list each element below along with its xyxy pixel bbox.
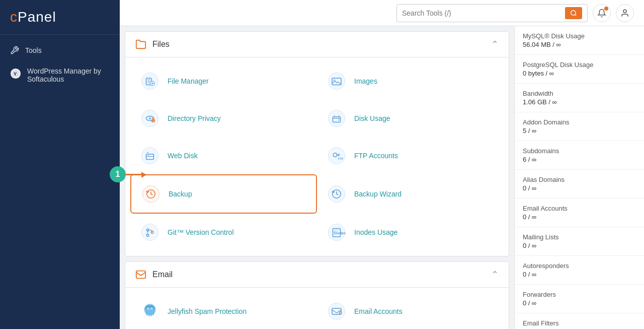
email-accounts-icon [326, 301, 347, 322]
images-item[interactable]: Images [317, 62, 504, 100]
wordpress-label: WordPress Manager by Softaculous [27, 67, 110, 83]
backup-wizard-icon [326, 183, 347, 205]
images-label: Images [354, 77, 377, 85]
git-icon [139, 222, 160, 243]
sidebar-item-wordpress[interactable]: WordPress Manager by Softaculous [0, 61, 120, 89]
backup-wizard-item[interactable]: Backup Wizard [317, 174, 504, 214]
svg-rect-35 [136, 271, 145, 279]
stats-mysql-disk-label: MySQL® Disk Usage [523, 32, 636, 40]
main-content: Files ⌃ [120, 0, 644, 329]
right-sidebar: MySQL® Disk Usage 56.04 MB / ∞ PostgreSQ… [514, 26, 644, 329]
tools-label: Tools [25, 46, 42, 54]
wordpress-icon [10, 68, 21, 79]
file-manager-item[interactable]: File Manager [130, 62, 317, 100]
git-label: Git™ Version Control [168, 228, 234, 236]
email-section: Email ⌃ [125, 261, 509, 329]
email-accounts-label: Email Accounts [354, 307, 403, 315]
stats-alias-domains-value: 0 / ∞ [523, 184, 636, 192]
tools-icon [10, 46, 19, 55]
ftp-accounts-label: FTP Accounts [354, 152, 398, 160]
notifications-button[interactable] [593, 4, 611, 22]
files-collapse-button[interactable]: ⌃ [491, 39, 499, 50]
step-indicator: 1 [110, 166, 146, 182]
jellyfish-spam-item[interactable]: Jellyfish Spam Protection [130, 293, 317, 329]
stats-email-accounts: Email Accounts 0 / ∞ [515, 199, 644, 227]
svg-point-14 [153, 120, 154, 121]
files-items-grid: File Manager Images [125, 57, 509, 256]
stats-subdomains-value: 6 / ∞ [523, 156, 636, 163]
search-button[interactable] [565, 7, 582, 19]
search-box [396, 4, 588, 22]
notification-dot [604, 7, 608, 11]
web-disk-item[interactable]: Web Disk [130, 137, 317, 174]
stats-postgresql-value: 0 bytes / ∞ [523, 70, 636, 77]
folder-icon [135, 39, 146, 50]
disk-usage-label: Disk Usage [354, 114, 390, 122]
stats-email-filters-label: Email Filters [523, 319, 636, 327]
stats-postgresql-disk: PostgreSQL Disk Usage 0 bytes / ∞ [515, 55, 644, 84]
content-area: Files ⌃ [120, 26, 644, 329]
stats-email-filters: Email Filters [515, 313, 644, 329]
jellyfish-icon [139, 301, 160, 322]
inodes-usage-item[interactable]: Inodes Inodes Usage [317, 214, 504, 251]
directory-privacy-label: Directory Privacy [168, 114, 221, 122]
step-arrow [126, 174, 146, 175]
stats-autoresponders-value: 0 / ∞ [523, 271, 636, 278]
svg-point-40 [329, 303, 345, 320]
user-icon [620, 9, 629, 18]
stats-addon-domains-value: 5 / ∞ [523, 127, 636, 135]
web-disk-label: Web Disk [168, 152, 198, 160]
email-section-icon [135, 269, 146, 280]
stats-forwarders-label: Forwarders [523, 291, 636, 298]
files-section-header[interactable]: Files ⌃ [125, 32, 509, 57]
svg-point-12 [149, 117, 151, 120]
stats-subdomains: Subdomains 6 / ∞ [515, 141, 644, 170]
svg-point-20 [148, 155, 149, 156]
stats-mysql-disk-value: 56.04 MB / ∞ [523, 41, 636, 48]
svg-point-18 [142, 148, 158, 164]
stats-postgresql-label: PostgreSQL Disk Usage [523, 61, 636, 69]
svg-point-17 [338, 119, 340, 121]
backup-label: Backup [169, 190, 192, 198]
inodes-icon: Inodes [326, 222, 347, 243]
svg-point-38 [147, 308, 149, 310]
stats-bandwidth-label: Bandwidth [523, 90, 636, 97]
ftp-accounts-item[interactable]: FTP FTP Accounts [317, 137, 504, 174]
directory-privacy-icon [139, 108, 160, 129]
step-circle: 1 [110, 166, 126, 182]
svg-line-2 [575, 14, 577, 16]
sidebar-item-tools[interactable]: Tools [0, 40, 120, 61]
backup-wizard-label: Backup Wizard [354, 190, 401, 198]
search-input[interactable] [402, 9, 561, 17]
user-button[interactable] [616, 4, 634, 22]
stats-email-accounts-value: 0 / ∞ [523, 213, 636, 221]
images-icon [326, 71, 347, 92]
svg-text:FTP: FTP [338, 157, 343, 160]
files-section: Files ⌃ [125, 31, 509, 256]
stats-email-accounts-label: Email Accounts [523, 205, 636, 212]
header [120, 0, 644, 26]
file-manager-icon [139, 71, 160, 92]
email-accounts-item[interactable]: Email Accounts [317, 293, 504, 329]
jellyfish-spam-label: Jellyfish Spam Protection [168, 307, 247, 315]
directory-privacy-item[interactable]: Directory Privacy [130, 100, 317, 137]
stats-forwarders-value: 0 / ∞ [523, 299, 636, 307]
email-collapse-button[interactable]: ⌃ [491, 269, 499, 280]
email-section-label: Email [152, 270, 173, 279]
backup-item[interactable]: Backup [130, 174, 317, 214]
backup-icon [140, 183, 162, 205]
stats-autoresponders: Autoresponders 0 / ∞ [515, 256, 644, 285]
files-section-label: Files [152, 40, 170, 49]
stats-mysql-disk: MySQL® Disk Usage 56.04 MB / ∞ [515, 26, 644, 55]
email-items-grid: Jellyfish Spam Protection [125, 288, 509, 329]
stats-alias-domains-label: Alias Domains [523, 176, 636, 183]
main-scroll: Files ⌃ [120, 26, 514, 329]
email-section-header-left: Email [135, 269, 173, 280]
disk-usage-icon [326, 108, 347, 129]
files-section-header-left: Files [135, 39, 170, 50]
email-section-header[interactable]: Email ⌃ [125, 262, 509, 288]
stats-addon-domains-label: Addon Domains [523, 118, 636, 126]
git-version-control-item[interactable]: Git™ Version Control [130, 214, 317, 251]
disk-usage-item[interactable]: Disk Usage [317, 100, 504, 137]
sidebar-logo: cPanel [0, 0, 120, 35]
